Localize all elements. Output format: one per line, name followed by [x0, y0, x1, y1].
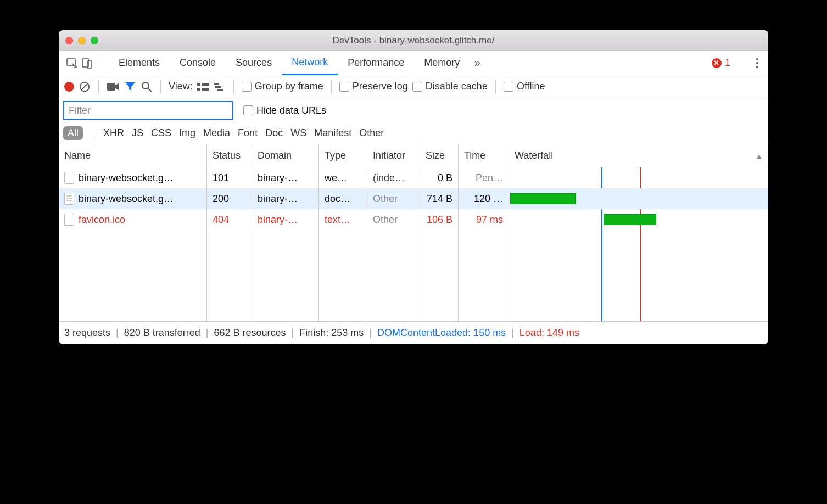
type-xhr[interactable]: XHR [103, 127, 124, 139]
device-toggle-icon[interactable] [80, 55, 95, 71]
cell-type: doc… [319, 188, 367, 209]
type-css[interactable]: CSS [151, 127, 171, 139]
cell-name: binary-websocket.g… [59, 167, 207, 188]
col-type[interactable]: Type [319, 144, 367, 167]
tab-elements[interactable]: Elements [109, 51, 170, 75]
view-small-icon[interactable] [214, 82, 226, 92]
sb-dcl: DOMContentLoaded: 150 ms [377, 327, 506, 339]
col-status[interactable]: Status [207, 144, 252, 167]
type-other[interactable]: Other [359, 127, 384, 139]
sb-transferred: 820 B transferred [124, 327, 200, 339]
cell-size: 714 B [420, 188, 459, 209]
file-icon [64, 193, 74, 205]
type-all[interactable]: All [63, 126, 83, 140]
hide-data-urls-checkbox[interactable]: Hide data URLs [243, 105, 326, 116]
cell-domain: binary-… [252, 209, 319, 230]
window-title: DevTools - binary-websocket.glitch.me/ [59, 35, 768, 46]
type-js[interactable]: JS [132, 127, 143, 139]
cell-initiator[interactable]: (inde… [367, 167, 420, 188]
col-time[interactable]: Time [459, 144, 509, 167]
sb-requests: 3 requests [64, 327, 110, 339]
minimize-icon[interactable] [78, 37, 86, 44]
col-domain[interactable]: Domain [252, 144, 319, 167]
close-icon[interactable] [65, 37, 73, 44]
panel-tabs: Elements Console Sources Network Perform… [59, 51, 768, 75]
cell-time: Pen… [459, 167, 509, 188]
clear-button[interactable] [79, 81, 91, 93]
record-button[interactable] [64, 82, 74, 92]
window-controls [65, 37, 98, 44]
svg-rect-8 [197, 83, 200, 86]
table-row[interactable]: binary-websocket.g…101binary-…we…(inde…0… [59, 167, 768, 188]
preserve-log-checkbox[interactable]: Preserve log [339, 81, 408, 92]
col-initiator[interactable]: Initiator [367, 144, 420, 167]
devtools-window: DevTools - binary-websocket.glitch.me/ E… [59, 30, 768, 344]
type-media[interactable]: Media [203, 127, 230, 139]
cell-time: 97 ms [459, 209, 509, 230]
sort-arrow-icon: ▲ [755, 152, 763, 160]
col-size[interactable]: Size [420, 144, 459, 167]
tab-network[interactable]: Network [282, 51, 338, 75]
filter-input[interactable]: Filter [63, 101, 233, 120]
cell-size: 0 B [420, 167, 459, 188]
cell-type: text… [319, 209, 367, 230]
table-header: Name Status Domain Type Initiator Size T… [59, 144, 768, 167]
col-name[interactable]: Name [59, 144, 207, 167]
svg-line-4 [81, 83, 88, 90]
error-count: 1 [725, 57, 730, 69]
file-icon [64, 172, 74, 184]
cell-status: 200 [207, 188, 252, 209]
error-icon: ✕ [712, 58, 722, 68]
separator [102, 56, 102, 70]
tab-performance[interactable]: Performance [338, 51, 414, 75]
cell-time: 120 … [459, 188, 509, 209]
disable-cache-checkbox[interactable]: Disable cache [412, 81, 488, 92]
sb-resources: 662 B resources [214, 327, 286, 339]
error-badge[interactable]: ✕ 1 [712, 57, 730, 69]
cell-waterfall [509, 209, 768, 230]
tab-memory[interactable]: Memory [414, 51, 470, 75]
table-row[interactable]: favicon.ico404binary-…text…Other106 B97 … [59, 209, 768, 230]
cell-status: 101 [207, 167, 252, 188]
svg-rect-10 [197, 88, 200, 91]
kebab-menu-icon[interactable] [752, 58, 763, 68]
cell-type: we… [319, 167, 367, 188]
titlebar[interactable]: DevTools - binary-websocket.glitch.me/ [59, 30, 768, 51]
svg-line-7 [148, 88, 152, 92]
svg-rect-5 [107, 83, 115, 91]
type-filter-bar: All XHR JS CSS Img Media Font Doc WS Man… [59, 122, 768, 144]
inspect-icon[interactable] [64, 55, 80, 71]
type-font[interactable]: Font [238, 127, 258, 139]
sb-finish: Finish: 253 ms [299, 327, 364, 339]
maximize-icon[interactable] [91, 37, 98, 44]
network-toolbar: View: Group by frame Preserve log Disabl… [59, 75, 768, 98]
col-waterfall[interactable]: Waterfall▲ [509, 144, 768, 167]
cell-waterfall [509, 167, 768, 188]
cell-size: 106 B [420, 209, 459, 230]
search-icon[interactable] [141, 81, 153, 93]
tab-sources[interactable]: Sources [226, 51, 282, 75]
type-img[interactable]: Img [179, 127, 195, 139]
view-label: View: [169, 81, 193, 92]
status-bar: 3 requests| 820 B transferred| 662 B res… [59, 321, 768, 344]
camera-icon[interactable] [107, 81, 120, 92]
cell-domain: binary-… [252, 188, 319, 209]
svg-point-6 [142, 82, 149, 89]
tab-console[interactable]: Console [170, 51, 226, 75]
cell-domain: binary-… [252, 167, 319, 188]
table-row[interactable]: binary-websocket.g…200binary-…doc…Other7… [59, 188, 768, 209]
type-manifest[interactable]: Manifest [314, 127, 351, 139]
filter-icon[interactable] [124, 81, 136, 93]
offline-checkbox[interactable]: Offline [504, 81, 545, 92]
tabs-overflow-icon[interactable]: » [470, 55, 485, 71]
type-ws[interactable]: WS [290, 127, 306, 139]
waterfall-bar [510, 193, 576, 204]
filter-bar: Filter Hide data URLs [59, 98, 768, 122]
table-body: binary-websocket.g…101binary-…we…(inde…0… [59, 167, 768, 321]
svg-rect-11 [202, 88, 209, 91]
type-doc[interactable]: Doc [265, 127, 283, 139]
group-by-frame-checkbox[interactable]: Group by frame [242, 81, 323, 92]
cell-waterfall [509, 188, 768, 209]
view-large-icon[interactable] [197, 82, 209, 92]
svg-rect-12 [214, 83, 219, 85]
